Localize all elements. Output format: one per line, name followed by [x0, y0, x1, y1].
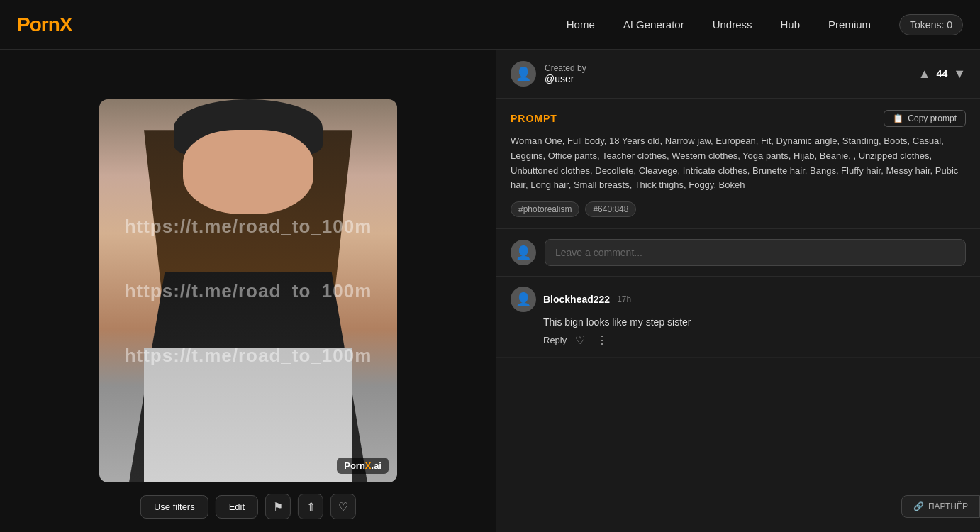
comment-actions: Reply ♡ ⋮ [543, 333, 966, 347]
comment-item: 👤 Blockhead222 17h This bign looks like … [496, 277, 980, 358]
comment-input-row: 👤 [496, 229, 980, 277]
header: PornX Home AI Generator Undress Hub Prem… [0, 0, 980, 50]
partner-label: ПАРТНЁР [928, 501, 968, 511]
prompt-title: PROMPT [511, 113, 557, 124]
partner-icon: 🔗 [913, 501, 924, 511]
logo-prefix: Porn [17, 13, 60, 35]
copy-icon: 📋 [893, 113, 903, 123]
comment-header: 👤 Blockhead222 17h [511, 287, 966, 312]
nav-home[interactable]: Home [567, 18, 595, 31]
commenter-avatar: 👤 [511, 240, 536, 265]
comment-avatar: 👤 [511, 287, 536, 312]
creator-avatar: 👤 [511, 61, 536, 87]
nav-hub[interactable]: Hub [781, 18, 801, 31]
edit-button[interactable]: Edit [216, 495, 258, 519]
right-panel: 👤 Created by @user ▲ 44 ▼ PROMPT 📋 Copy … [496, 50, 980, 532]
comment-username: Blockhead222 [543, 294, 610, 305]
flag-button[interactable]: ⚑ [265, 494, 291, 519]
nav-premium[interactable]: Premium [828, 18, 871, 31]
comment-input[interactable] [545, 239, 966, 266]
prompt-section: PROMPT 📋 Copy prompt Woman One, Full bod… [496, 99, 980, 229]
ai-image [99, 99, 397, 482]
nav-ai-generator[interactable]: AI Generator [623, 18, 684, 31]
main-content: https://t.me/road_to_100m https://t.me/r… [0, 50, 980, 532]
face [183, 130, 314, 214]
reply-button[interactable]: Reply [543, 335, 567, 345]
tag-resolution[interactable]: #640:848 [585, 201, 636, 217]
brand-overlay: PornX.ai [337, 458, 389, 474]
tags-row: #photorealism #640:848 [511, 201, 966, 217]
copy-prompt-label: Copy prompt [908, 113, 957, 123]
vote-controls: ▲ 44 ▼ [918, 67, 966, 82]
left-panel: https://t.me/road_to_100m https://t.me/r… [0, 50, 496, 532]
logo-suffix: X [60, 13, 72, 35]
copy-prompt-button[interactable]: 📋 Copy prompt [884, 110, 966, 127]
logo[interactable]: PornX [17, 13, 72, 36]
prompt-text: Woman One, Full body, 18 Years old, Narr… [511, 134, 966, 193]
partner-badge: 🔗 ПАРТНЁР [901, 495, 980, 518]
tag-photorealism[interactable]: #photorealism [511, 201, 579, 217]
created-by-row: 👤 Created by @user ▲ 44 ▼ [496, 50, 980, 99]
pants [144, 348, 352, 482]
creator-info: Created by @user [545, 63, 910, 84]
tokens-badge: Tokens: 0 [899, 14, 963, 35]
image-controls: Use filters Edit ⚑ ⇑ ♡ [140, 494, 356, 519]
use-filters-button[interactable]: Use filters [140, 495, 208, 519]
created-by-label: Created by [545, 63, 910, 73]
image-container: https://t.me/road_to_100m https://t.me/r… [99, 99, 397, 482]
downvote-button[interactable]: ▼ [953, 67, 966, 82]
creator-username: @user [545, 73, 910, 84]
vote-count: 44 [937, 68, 948, 79]
comment-like-button[interactable]: ♡ [575, 333, 585, 347]
prompt-header: PROMPT 📋 Copy prompt [511, 110, 966, 127]
main-nav: Home AI Generator Undress Hub Premium [567, 18, 871, 31]
like-button[interactable]: ♡ [330, 494, 356, 519]
comment-more-button[interactable]: ⋮ [596, 333, 608, 347]
comment-time: 17h [617, 294, 631, 304]
share-button[interactable]: ⇑ [298, 494, 323, 519]
brand-x: X [365, 460, 372, 471]
upvote-button[interactable]: ▲ [918, 67, 931, 82]
nav-undress[interactable]: Undress [713, 18, 752, 31]
comment-text: This bign looks like my step sister [543, 316, 966, 328]
